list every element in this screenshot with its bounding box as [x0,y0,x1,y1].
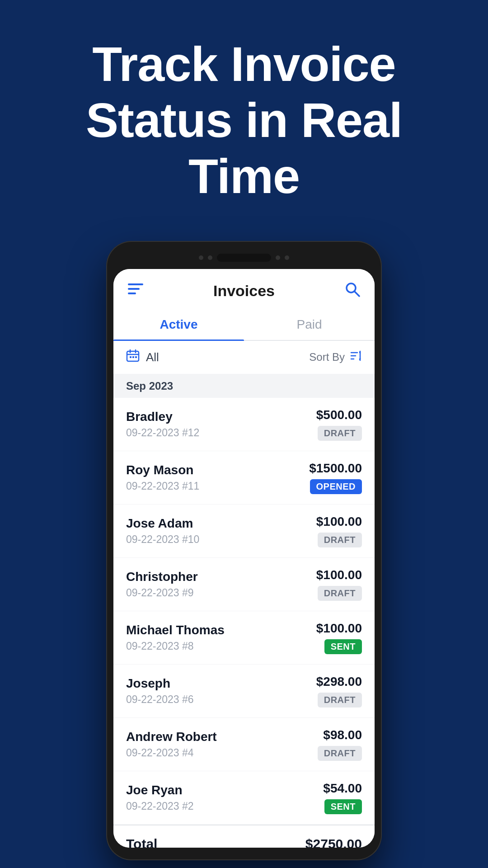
invoice-date: 09-22-2023 #12 [126,427,199,439]
phone-notch [113,254,375,262]
calendar-icon[interactable] [126,349,140,366]
section-header-sep2023: Sep 2023 [113,374,375,398]
invoice-info: Bradley 09-22-2023 #12 [126,410,199,439]
hero-title: Track Invoice Status in Real Time [27,36,461,205]
invoice-name: Jose Adam [126,516,199,531]
invoice-row[interactable]: Andrew Robert 09-22-2023 #4 $98.00 DRAFT [113,718,375,771]
phone-speaker [217,254,271,262]
invoice-badge: SENT [324,799,362,814]
phone-screen: Invoices Active Paid [113,269,375,848]
phone-dot-4 [285,255,289,260]
sort-control[interactable]: Sort By [309,349,362,365]
invoice-amount: $54.00 [323,781,362,796]
search-icon[interactable] [345,282,360,300]
phone-dot-2 [208,255,212,260]
invoice-status: $500.00 DRAFT [316,408,362,441]
invoice-name: Joe Ryan [126,783,194,797]
invoice-badge: DRAFT [318,586,362,601]
invoice-amount: $100.00 [316,568,362,582]
svg-rect-11 [135,356,137,358]
invoice-date: 09-22-2023 #10 [126,533,199,546]
invoice-badge: OPENED [310,479,362,494]
invoice-row[interactable]: Joseph 09-22-2023 #6 $298.00 DRAFT [113,665,375,718]
invoice-name: Roy Mason [126,463,199,477]
invoice-badge: DRAFT [318,533,362,547]
invoice-list: Bradley 09-22-2023 #12 $500.00 DRAFT Roy… [113,398,375,825]
tab-paid[interactable]: Paid [244,309,375,340]
invoice-badge: DRAFT [318,746,362,761]
total-amount: $2750.00 [305,836,362,848]
invoice-row[interactable]: Christopher 09-22-2023 #9 $100.00 DRAFT [113,558,375,611]
invoice-date: 09-22-2023 #6 [126,693,194,706]
invoice-badge: DRAFT [318,693,362,708]
tab-active[interactable]: Active [113,309,244,340]
invoice-badge: DRAFT [318,426,362,441]
invoice-date: 09-22-2023 #8 [126,640,225,652]
invoice-row[interactable]: Bradley 09-22-2023 #12 $500.00 DRAFT [113,398,375,451]
invoice-amount: $100.00 [316,621,362,636]
invoice-date: 09-22-2023 #4 [126,747,217,759]
invoice-status: $298.00 DRAFT [316,675,362,708]
tabs-bar: Active Paid [113,309,375,341]
invoice-row[interactable]: Michael Thomas 09-22-2023 #8 $100.00 SEN… [113,611,375,665]
filter-icon[interactable] [128,283,143,298]
invoice-status: $100.00 DRAFT [316,568,362,601]
invoice-status: $1500.00 OPENED [309,461,362,494]
sort-label: Sort By [309,351,345,363]
invoice-name: Michael Thomas [126,623,225,637]
sort-icon[interactable] [349,349,362,365]
invoice-amount: $98.00 [323,728,362,742]
invoice-row[interactable]: Joe Ryan 09-22-2023 #2 $54.00 SENT [113,771,375,825]
invoice-amount: $1500.00 [309,461,362,476]
invoice-status: $54.00 SENT [323,781,362,814]
phone-frame: Invoices Active Paid [106,241,382,860]
invoice-amount: $100.00 [316,514,362,529]
invoice-info: Andrew Robert 09-22-2023 #4 [126,730,217,759]
invoice-info: Roy Mason 09-22-2023 #11 [126,463,199,492]
invoice-info: Jose Adam 09-22-2023 #10 [126,516,199,546]
svg-rect-2 [128,292,136,294]
invoice-name: Andrew Robert [126,730,217,744]
svg-line-4 [355,292,359,296]
invoice-status: $100.00 SENT [316,621,362,654]
app-header: Invoices [113,269,375,309]
invoice-amount: $500.00 [316,408,362,422]
invoice-info: Michael Thomas 09-22-2023 #8 [126,623,225,652]
invoice-status: $98.00 DRAFT [318,728,362,761]
invoice-info: Joseph 09-22-2023 #6 [126,676,194,706]
phone-dot-1 [199,255,203,260]
phone-dot-3 [276,255,280,260]
invoice-name: Christopher [126,570,198,584]
invoice-date: 09-22-2023 #11 [126,480,199,492]
filter-bar: All Sort By [113,341,375,374]
invoice-date: 09-22-2023 #9 [126,587,198,599]
phone-mockup: Invoices Active Paid [0,241,488,860]
svg-rect-1 [128,288,140,290]
invoice-info: Christopher 09-22-2023 #9 [126,570,198,599]
invoice-amount: $298.00 [316,675,362,689]
filter-left: All [126,349,159,366]
svg-rect-9 [130,356,131,358]
invoice-row[interactable]: Roy Mason 09-22-2023 #11 $1500.00 OPENED [113,451,375,505]
invoice-status: $100.00 DRAFT [316,514,362,547]
invoice-name: Joseph [126,676,194,691]
invoice-name: Bradley [126,410,199,424]
app-title: Invoices [213,282,275,300]
hero-section: Track Invoice Status in Real Time [0,0,488,232]
invoice-badge: SENT [324,639,362,654]
total-label: Total [126,836,157,848]
invoice-info: Joe Ryan 09-22-2023 #2 [126,783,194,812]
invoice-row[interactable]: Jose Adam 09-22-2023 #10 $100.00 DRAFT [113,505,375,558]
filter-all-label[interactable]: All [146,350,159,364]
svg-rect-10 [132,356,134,358]
invoice-date: 09-22-2023 #2 [126,800,194,812]
svg-rect-0 [128,283,143,285]
total-row: Total $2750.00 [113,825,375,848]
